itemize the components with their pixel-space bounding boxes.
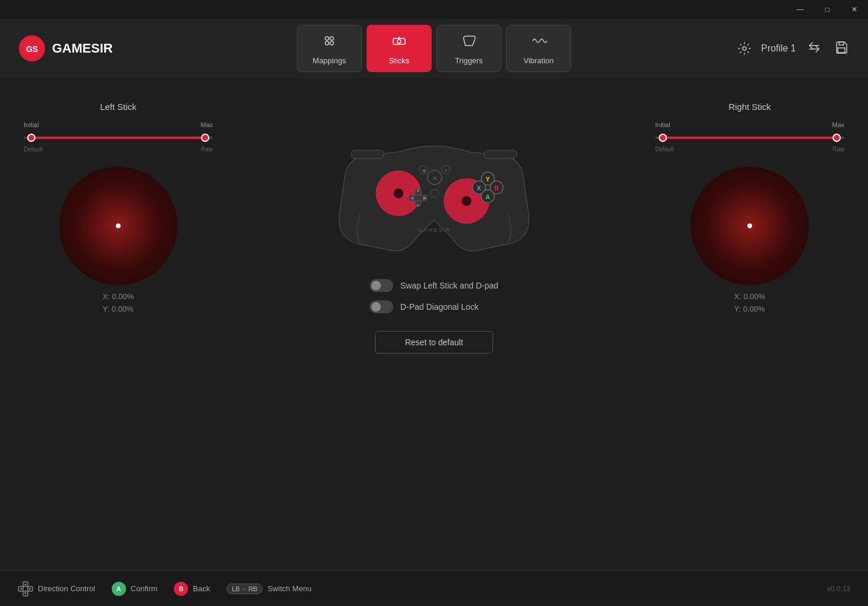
dpad-lock-toggle[interactable] xyxy=(370,300,393,313)
lb-rb-badge: LB + RB xyxy=(226,584,263,594)
right-max-label: Max xyxy=(832,121,844,128)
right-stick-panel: Right Stick Initial Max Default Raw xyxy=(655,102,844,316)
left-stick-dot xyxy=(116,223,121,228)
maximize-button[interactable]: □ xyxy=(814,0,841,19)
right-stick-slider-row: Initial Max Default Raw xyxy=(655,121,844,153)
logo-text: GAMESIR xyxy=(52,41,113,56)
svg-point-9 xyxy=(743,47,746,50)
left-stick-max-thumb[interactable] xyxy=(201,134,209,142)
sticks-icon xyxy=(391,33,407,53)
right-raw-label: Raw xyxy=(833,146,844,153)
tab-sticks[interactable]: Sticks xyxy=(367,25,432,72)
svg-point-4 xyxy=(325,41,329,45)
svg-marker-45 xyxy=(29,588,31,590)
right-initial-label: Initial xyxy=(655,121,671,128)
svg-text:X: X xyxy=(477,184,481,192)
left-stick-slider-fill xyxy=(31,137,205,139)
svg-text:◀: ◀ xyxy=(422,168,426,173)
svg-marker-43 xyxy=(24,592,27,595)
tab-mappings[interactable]: Mappings xyxy=(297,25,362,72)
settings-icon[interactable] xyxy=(737,41,752,56)
right-stick-slider[interactable] xyxy=(655,137,844,139)
sticks-row: Left Stick Initial Max Default Raw xyxy=(24,102,844,354)
left-stick-y: Y: 0.00% xyxy=(103,303,134,316)
close-button[interactable]: ✕ xyxy=(841,0,868,19)
back-label: Back xyxy=(193,584,210,593)
left-stick-sublabels: Default Raw xyxy=(24,146,213,153)
reset-button[interactable]: Reset to default xyxy=(375,331,493,354)
right-stick-visualizer xyxy=(691,167,809,285)
right-stick-coords: X: 0.00% Y: 0.00% xyxy=(734,291,766,316)
svg-point-2 xyxy=(325,37,329,40)
right-stick-title: Right Stick xyxy=(728,102,771,112)
svg-rect-38 xyxy=(351,150,384,158)
tab-vibration-label: Vibration xyxy=(523,56,553,65)
vibration-icon xyxy=(530,33,547,53)
left-stick-visualizer xyxy=(59,167,177,285)
confirm-label: Confirm xyxy=(131,584,158,593)
svg-text:Y: Y xyxy=(485,176,490,183)
profile-label: Profile 1 xyxy=(761,43,796,54)
left-stick-panel: Left Stick Initial Max Default Raw xyxy=(24,102,213,316)
mappings-icon xyxy=(321,33,338,53)
right-stick-sublabels: Default Raw xyxy=(655,146,844,153)
left-raw-label: Raw xyxy=(201,146,213,153)
svg-point-13 xyxy=(394,189,403,198)
left-stick-slider-row: Initial Max Default Raw xyxy=(24,121,213,153)
tab-vibration[interactable]: Vibration xyxy=(506,25,571,72)
b-button-badge: B xyxy=(174,582,188,596)
svg-text:GAMESIR: GAMESIR xyxy=(418,227,451,233)
version-label: v0.0.13 xyxy=(827,585,850,593)
header-right: Profile 1 xyxy=(737,38,850,59)
minimize-button[interactable]: — xyxy=(786,0,814,19)
svg-point-5 xyxy=(330,41,333,45)
a-button-badge: A xyxy=(112,582,126,596)
svg-text:✕: ✕ xyxy=(432,175,437,182)
left-stick-slider-labels: Initial Max xyxy=(24,121,213,128)
tab-triggers[interactable]: Triggers xyxy=(436,25,501,72)
header: GS GAMESIR Mappings xyxy=(0,19,868,78)
switch-menu-label: Switch Menu xyxy=(267,584,311,593)
svg-rect-39 xyxy=(484,150,517,158)
rb-label: RB xyxy=(248,585,257,592)
footer-switch-menu: LB + RB Switch Menu xyxy=(226,584,312,594)
svg-marker-44 xyxy=(20,588,22,590)
footer-direction-control: Direction Control xyxy=(18,581,95,597)
left-stick-title: Left Stick xyxy=(100,102,137,112)
svg-text:B: B xyxy=(494,184,499,192)
controller-illustration: ▲ ▼ ◀ ▶ Y X B A xyxy=(328,102,540,267)
right-stick-max-thumb[interactable] xyxy=(833,134,841,142)
svg-point-7 xyxy=(397,40,401,43)
svg-text:GS: GS xyxy=(26,44,38,54)
lb-label: LB xyxy=(232,585,239,592)
svg-marker-42 xyxy=(24,583,27,585)
switch-profile-button[interactable] xyxy=(805,38,823,59)
svg-point-3 xyxy=(330,37,333,40)
gamesir-logo-icon: GS xyxy=(18,34,46,63)
left-stick-x: X: 0.00% xyxy=(103,291,134,303)
svg-rect-11 xyxy=(838,48,845,53)
left-stick-coords: X: 0.00% Y: 0.00% xyxy=(103,291,134,316)
left-stick-initial-thumb[interactable] xyxy=(27,134,35,142)
swap-stick-toggle-row: Swap Left Stick and D-pad xyxy=(370,279,498,292)
logo: GS GAMESIR xyxy=(18,34,113,63)
right-stick-dot xyxy=(747,223,752,228)
save-button[interactable] xyxy=(833,38,850,59)
svg-rect-10 xyxy=(839,42,844,45)
right-stick-slider-labels: Initial Max xyxy=(655,121,844,128)
swap-stick-label: Swap Left Stick and D-pad xyxy=(400,281,498,290)
controller-center: ▲ ▼ ◀ ▶ Y X B A xyxy=(316,102,552,354)
svg-text:▲: ▲ xyxy=(416,188,420,192)
titlebar: — □ ✕ xyxy=(0,0,868,19)
right-stick-initial-thumb[interactable] xyxy=(659,134,667,142)
left-initial-label: Initial xyxy=(24,121,39,128)
main-content: Left Stick Initial Max Default Raw xyxy=(0,78,868,571)
tab-mappings-label: Mappings xyxy=(313,56,346,65)
swap-stick-toggle[interactable] xyxy=(370,279,393,292)
right-stick-slider-fill xyxy=(663,137,837,139)
nav-tabs: Mappings Sticks Triggers xyxy=(297,25,571,72)
dpad-footer-icon xyxy=(18,581,33,597)
dpad-lock-knob xyxy=(371,302,381,312)
footer-back: B Back xyxy=(174,582,210,596)
left-stick-slider[interactable] xyxy=(24,137,213,139)
